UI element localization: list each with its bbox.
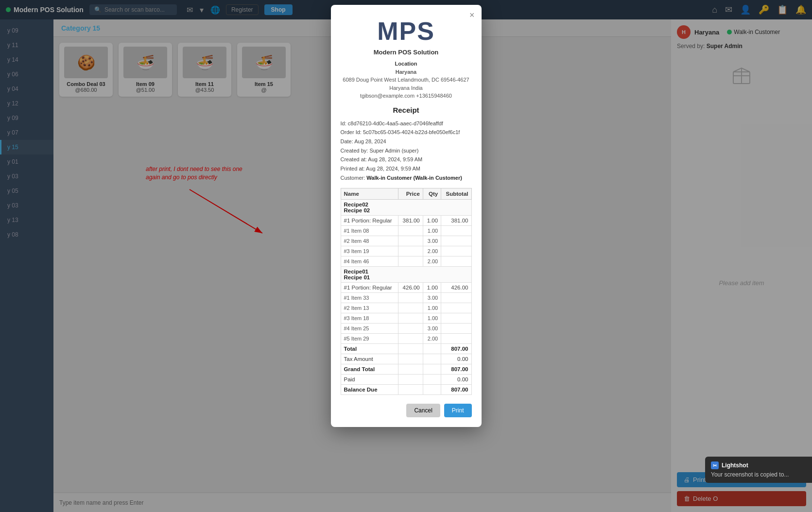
table-row: Recipe01Recipe 01 xyxy=(341,267,471,283)
paid-value: 0.00 xyxy=(441,375,471,385)
tax-row: Tax Amount 0.00 xyxy=(341,354,471,364)
modal-cancel-button[interactable]: Cancel xyxy=(406,404,440,417)
portion1-name: #1 Portion: Regular xyxy=(341,216,398,226)
location-address: 6089 Doug Point West Lelandmouth, DC 695… xyxy=(341,76,472,92)
total-row: Total 807.00 xyxy=(341,344,471,354)
col-name: Name xyxy=(341,188,398,200)
recipe01-name: Recipe01Recipe 01 xyxy=(341,267,471,283)
modal-footer: Cancel Print xyxy=(341,399,472,417)
lightshot-title: ✂ Lightshot xyxy=(711,461,806,469)
logo-text: MPS xyxy=(341,17,472,46)
modal-close-button[interactable]: × xyxy=(469,11,475,19)
tax-label: Tax Amount xyxy=(341,354,398,364)
portion1-subtotal: 381.00 xyxy=(441,216,471,226)
printed-at: Printed at: Aug 28, 2024, 9:59 AM xyxy=(341,164,472,173)
receipt-company: Modern POS Solution xyxy=(341,49,472,56)
sub-item29: #5 Item 29 xyxy=(341,334,398,344)
grand-total-value: 807.00 xyxy=(441,364,471,375)
table-row: #1 Portion: Regular 426.00 1.00 426.00 xyxy=(341,283,471,293)
col-subtotal: Subtotal xyxy=(441,188,471,200)
total-label: Total xyxy=(341,344,398,354)
location-name: Haryana xyxy=(341,68,472,76)
table-row: #3 Item 18 1.00 xyxy=(341,313,471,324)
portion2-qty: 1.00 xyxy=(423,283,441,293)
tax-value: 0.00 xyxy=(441,354,471,364)
lightshot-text: Your screenshot is copied to... xyxy=(711,471,806,478)
col-price: Price xyxy=(398,188,423,200)
portion1-price: 381.00 xyxy=(398,216,423,226)
grand-total-row: Grand Total 807.00 xyxy=(341,364,471,375)
table-row: #1 Item 33 3.00 xyxy=(341,293,471,303)
receipt-customer: Customer: Walk-in Customer (Walk-in Cust… xyxy=(341,173,472,183)
receipt-date: Date: Aug 28, 2024 xyxy=(341,137,472,146)
portion1-qty: 1.00 xyxy=(423,216,441,226)
receipt-location: Location Haryana 6089 Doug Point West Le… xyxy=(341,60,472,100)
receipt-meta: Id: c8d76210-4d0c-4aa5-aaec-d7046feaffdf… xyxy=(341,119,472,183)
sub-item33: #1 Item 33 xyxy=(341,293,398,303)
total-value: 807.00 xyxy=(441,344,471,354)
table-row: #1 Portion: Regular 381.00 1.00 381.00 xyxy=(341,216,471,226)
table-row: #2 Item 13 1.00 xyxy=(341,303,471,313)
order-id: Order Id: 5c07bc65-0345-4024-b22d-bfe050… xyxy=(341,128,472,137)
receipt-table: Name Price Qty Subtotal Recipe02Recipe 0… xyxy=(341,188,472,395)
table-row: Recipe02Recipe 02 xyxy=(341,200,471,216)
recipe02-name: Recipe02Recipe 02 xyxy=(341,200,471,216)
lightshot-popup: ✂ Lightshot Your screenshot is copied to… xyxy=(705,457,812,483)
modal-overlay: × MPS Modern POS Solution Location Harya… xyxy=(0,0,812,512)
balance-due-value: 807.00 xyxy=(441,385,471,395)
receipt-id: Id: c8d76210-4d0c-4aa5-aaec-d7046feaffdf xyxy=(341,119,472,128)
location-contact: tgibson@example.com +13615948460 xyxy=(341,92,472,100)
sub-item48: #2 Item 48 xyxy=(341,236,398,246)
lightshot-icon: ✂ xyxy=(711,461,719,469)
portion2-price: 426.00 xyxy=(398,283,423,293)
receipt-logo: MPS xyxy=(341,17,472,46)
grand-total-label: Grand Total xyxy=(341,364,398,375)
receipt-title: Receipt xyxy=(341,106,472,114)
balance-due-row: Balance Due 807.00 xyxy=(341,385,471,395)
table-row: #1 Item 08 1.00 xyxy=(341,226,471,236)
table-row: #4 Item 25 3.00 xyxy=(341,324,471,334)
balance-due-label: Balance Due xyxy=(341,385,398,395)
sub-item18: #3 Item 18 xyxy=(341,313,398,324)
portion2-name: #1 Portion: Regular xyxy=(341,283,398,293)
portion2-subtotal: 426.00 xyxy=(441,283,471,293)
table-row: #4 Item 46 2.00 xyxy=(341,256,471,267)
paid-row: Paid 0.00 xyxy=(341,375,471,385)
paid-label: Paid xyxy=(341,375,398,385)
sub-item46: #4 Item 46 xyxy=(341,256,398,267)
table-row: #5 Item 29 2.00 xyxy=(341,334,471,344)
sub-item25: #4 Item 25 xyxy=(341,324,398,334)
location-label: Location xyxy=(341,60,472,68)
created-by: Created by: Super Admin (super) xyxy=(341,146,472,155)
modal-print-button[interactable]: Print xyxy=(444,404,472,417)
col-qty: Qty xyxy=(423,188,441,200)
sub-item08: #1 Item 08 xyxy=(341,226,398,236)
sub-item13: #2 Item 13 xyxy=(341,303,398,313)
sub-item19: #3 Item 19 xyxy=(341,246,398,256)
receipt-modal: × MPS Modern POS Solution Location Harya… xyxy=(331,5,482,427)
table-row: #2 Item 48 3.00 xyxy=(341,236,471,246)
table-row: #3 Item 19 2.00 xyxy=(341,246,471,256)
created-at: Created at: Aug 28, 2024, 9:59 AM xyxy=(341,155,472,164)
